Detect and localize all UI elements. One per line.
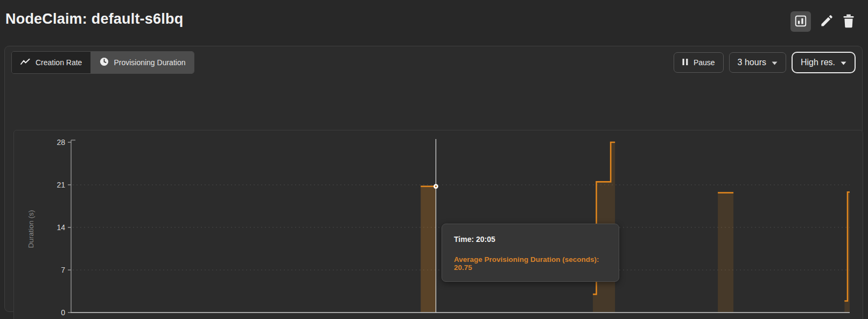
delete-button[interactable] [842, 14, 855, 30]
chart-controls: Pause 3 hours High res. [674, 52, 856, 73]
page-title: NodeClaim: default-s6lbq [5, 11, 183, 27]
tab-provisioning-duration[interactable]: Provisioning Duration [90, 52, 194, 73]
tab-creation-rate[interactable]: Creation Rate [12, 52, 90, 73]
pause-label: Pause [694, 58, 715, 67]
activity-icon [20, 58, 31, 67]
bar-chart-icon [795, 15, 807, 29]
chevron-down-icon [841, 58, 846, 67]
tab-label: Provisioning Duration [114, 58, 185, 67]
tab-label: Creation Rate [36, 58, 82, 67]
pencil-icon [820, 14, 834, 30]
chart-toolbar: Creation Rate Provisioning Duration [11, 51, 856, 74]
duration-chart[interactable]: 0714212818:4119:3120:2121:41Duration (s) [14, 130, 863, 319]
clock-icon [100, 57, 109, 68]
pause-icon [682, 58, 688, 67]
metrics-panel: Creation Rate Provisioning Duration [4, 46, 863, 312]
chart-view-button[interactable] [790, 11, 811, 32]
time-range-dropdown[interactable]: 3 hours [729, 52, 786, 73]
chevron-down-icon [772, 58, 778, 67]
metric-tabs: Creation Rate Provisioning Duration [11, 51, 194, 74]
svg-text:21: 21 [57, 181, 65, 189]
pause-button[interactable]: Pause [674, 52, 724, 73]
svg-text:7: 7 [61, 266, 65, 274]
resolution-label: High res. [801, 58, 835, 67]
trash-icon [842, 14, 855, 30]
tooltip-series-value: Average Provisioning Duration (seconds):… [454, 255, 609, 272]
svg-text:14: 14 [57, 223, 65, 232]
duration-chart-card: 0714212818:4119:3120:2121:41Duration (s)… [13, 130, 863, 319]
svg-text:28: 28 [57, 138, 65, 147]
svg-text:Duration (s): Duration (s) [27, 210, 35, 248]
edit-button[interactable] [820, 14, 834, 30]
svg-text:0: 0 [61, 308, 65, 317]
resolution-dropdown[interactable]: High res. [792, 52, 856, 73]
range-label: 3 hours [738, 58, 766, 67]
header-actions [790, 11, 855, 32]
chart-tooltip: Time: 20:05 Average Provisioning Duratio… [442, 224, 619, 282]
tooltip-time: Time: 20:05 [454, 235, 609, 244]
nodeclaim-dashboard: NodeClaim: default-s6lbq [0, 0, 868, 319]
